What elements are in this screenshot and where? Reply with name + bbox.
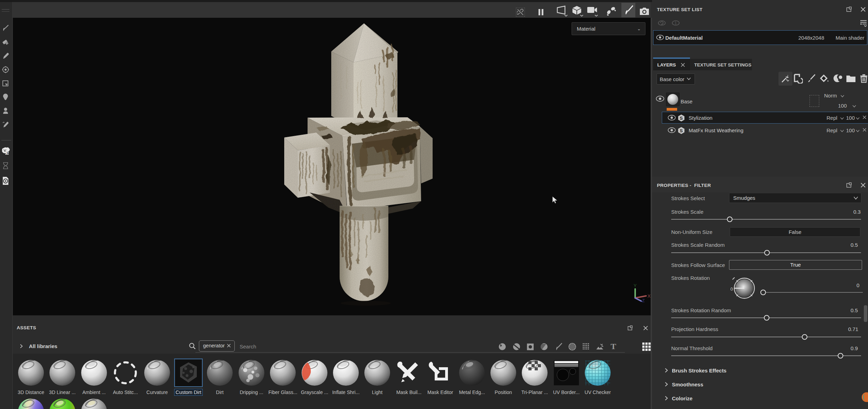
svg-text:1: 1 bbox=[675, 21, 677, 25]
svg-text:0: 0 bbox=[730, 286, 733, 292]
svg-text:S: S bbox=[680, 128, 683, 133]
svg-text:X: X bbox=[648, 293, 651, 299]
svg-text:Z: Z bbox=[642, 298, 645, 302]
svg-text:Y: Y bbox=[634, 283, 637, 288]
svg-text:S: S bbox=[680, 116, 683, 121]
